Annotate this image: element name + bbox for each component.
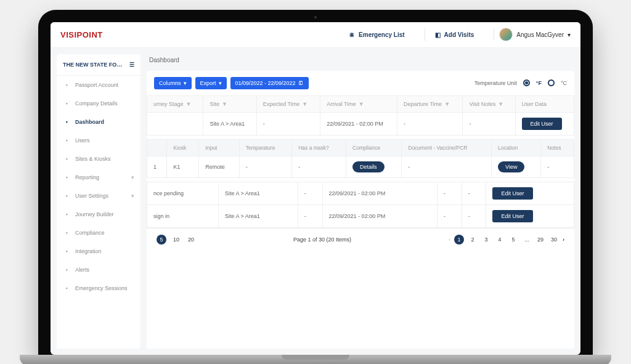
cell-site: Site A > Area1	[219, 182, 298, 204]
sub-col-header: Document - Vaccine/PCR	[402, 139, 492, 156]
sidebar-item-label: Reporting	[75, 174, 99, 180]
compliance-icon: ▪	[63, 229, 70, 237]
cell-expected: -	[298, 182, 322, 204]
sidebar-item-emergency-sessions[interactable]: ▪Emergency Sessions	[57, 279, 140, 297]
page-size-option[interactable]: 10	[171, 235, 181, 245]
header-label: Expected Time	[263, 101, 300, 107]
visits-table-continued: nce pendingSite A > Area1-22/09/2021 - 0…	[147, 182, 574, 228]
next-page-icon[interactable]: ›	[563, 237, 564, 243]
sidebar-item-sites-kiosks[interactable]: ▪Sites & Kiosks	[57, 150, 140, 168]
sub-col-header: Notes	[541, 139, 574, 156]
radio-c[interactable]	[548, 79, 555, 86]
table-row: sign inSite A > Area1-22/09/2021 - 02:00…	[147, 204, 574, 227]
divider	[494, 28, 494, 41]
page-number[interactable]: 1	[454, 235, 464, 245]
page-size-option[interactable]: 5	[157, 235, 166, 245]
building-icon: ▪	[63, 100, 70, 107]
emergency-list-link[interactable]: ⛯ Emergency List	[344, 29, 409, 41]
sidebar-item-label: Company Details	[75, 100, 118, 107]
avatar	[499, 28, 513, 41]
table-row: 1K1Remote--Details-View-	[147, 156, 574, 177]
user-menu[interactable]: Angus MacGyver ▾	[499, 28, 571, 41]
sidebar-item-reporting[interactable]: ▪Reporting▾	[57, 168, 140, 187]
page-number[interactable]: 29	[535, 235, 545, 245]
cell-notes: -	[462, 204, 486, 227]
cell-kiosk: K1	[167, 156, 199, 177]
page-size-option[interactable]: 20	[186, 235, 196, 245]
filter-icon: ▼	[222, 101, 227, 107]
sidebar-item-users[interactable]: ▪Users	[57, 131, 140, 150]
cell-arrival: 22/09/2021 - 02:00 PM	[322, 204, 437, 227]
temperature-unit-picker: Temperature Unit °F °C	[474, 79, 567, 86]
cell-stage: sign in	[147, 204, 219, 227]
cell-departure: -	[438, 182, 462, 204]
prev-page-icon[interactable]: ‹	[449, 237, 450, 243]
sidebar-item-alerts[interactable]: ▪Alerts	[57, 261, 140, 279]
sidebar-item-label: Passport Account	[75, 82, 118, 88]
cell-site: Site A > Area1	[203, 112, 256, 135]
sidebar-item-dashboard[interactable]: ▪Dashboard	[57, 113, 140, 131]
sidebar-item-passport-account[interactable]: ▪Passport Account	[57, 76, 140, 94]
page-number[interactable]: 5	[508, 235, 518, 245]
date-range-button[interactable]: 01/09/2022 - 22/09/2022 🗓	[230, 77, 309, 89]
col-header[interactable]: Expected Time▼	[256, 95, 320, 112]
page-number[interactable]: 30	[549, 235, 559, 245]
user-name: Angus MacGyver	[516, 31, 564, 38]
chevron-down-icon: ▾	[131, 174, 134, 180]
edit-user-button[interactable]: Edit User	[492, 187, 532, 200]
details-button[interactable]: Details	[352, 161, 385, 172]
pagination: 51020 Page 1 of 30 (20 Items) ‹ 12345...…	[147, 228, 574, 251]
sub-col-header: Location	[492, 139, 541, 156]
export-button[interactable]: Export ▾	[195, 77, 227, 89]
filter-icon: ▼	[359, 101, 364, 107]
col-header[interactable]: urney Stage▼	[147, 95, 203, 112]
chevron-down-icon: ▾	[131, 193, 134, 199]
col-header[interactable]: Arrival Time▼	[320, 95, 397, 112]
view-button[interactable]: View	[498, 161, 524, 172]
sidebar-item-label: Journey Builder	[75, 211, 114, 217]
page-number[interactable]: 4	[495, 235, 505, 245]
radio-f[interactable]	[523, 79, 530, 86]
calendar-icon: 🗓	[298, 80, 304, 86]
header-label: User Data	[522, 101, 547, 107]
table-row: Site A > Area1-22/09/2021 - 02:00 PM--Ed…	[147, 112, 574, 135]
filter-icon: ▼	[186, 101, 192, 107]
cell-idx: 1	[147, 156, 167, 177]
sidebar-org-picker[interactable]: THE NEW STATE FO… ☰	[57, 54, 140, 76]
add-visits-link[interactable]: ◧ Add Visits	[430, 29, 479, 41]
chevron-down-icon: ▾	[219, 80, 222, 86]
col-header[interactable]: Visit Notes▼	[463, 95, 515, 112]
col-header[interactable]: Site▼	[203, 95, 256, 112]
cell-temp: -	[239, 156, 292, 177]
sidebar-item-compliance[interactable]: ▪Compliance	[57, 224, 140, 242]
chevron-down-icon: ▾	[568, 31, 571, 38]
page-number[interactable]: 2	[468, 235, 478, 245]
date-range-label: 01/09/2022 - 22/09/2022	[235, 80, 296, 86]
brand-logo: VISIPOINT	[60, 30, 103, 39]
cell-stage: nce pending	[147, 182, 219, 204]
columns-button[interactable]: Columns ▾	[154, 77, 192, 89]
sidebar-item-user-settings[interactable]: ▪User Settings▾	[57, 187, 140, 205]
cell-notes: -	[541, 156, 574, 177]
integration-icon: ▪	[63, 248, 70, 255]
page-number[interactable]: 3	[481, 235, 491, 245]
top-bar: VISIPOINT ⛯ Emergency List ◧ Add Visits …	[51, 22, 580, 48]
add-visits-label: Add Visits	[444, 31, 474, 38]
unit-f-label: °F	[536, 80, 542, 86]
sub-col-header: Kiosk	[167, 139, 199, 156]
sub-col-header: Has a mask?	[292, 139, 346, 156]
cell-action: Edit User	[486, 204, 574, 227]
cell-compliance: Details	[346, 156, 402, 177]
sidebar-item-journey-builder[interactable]: ▪Journey Builder	[57, 205, 140, 224]
cell-stage	[147, 112, 203, 135]
cell-departure: -	[438, 204, 462, 227]
sidebar-item-integration[interactable]: ▪Integration	[57, 242, 140, 261]
filter-icon: ▼	[302, 101, 307, 107]
report-icon: ▪	[63, 174, 70, 181]
edit-user-button[interactable]: Edit User	[522, 118, 562, 130]
sub-col-header: Input	[199, 139, 239, 156]
sidebar-item-company-details[interactable]: ▪Company Details	[57, 94, 140, 113]
sidebar-item-label: Users	[75, 137, 90, 144]
col-header[interactable]: Departure Time▼	[397, 95, 463, 112]
edit-user-button[interactable]: Edit User	[492, 210, 532, 222]
